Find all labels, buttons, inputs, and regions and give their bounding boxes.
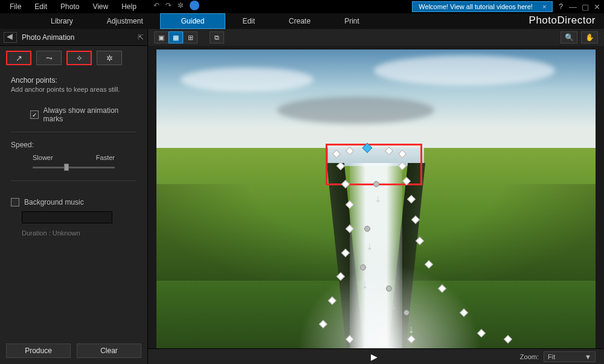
undo-icon[interactable]: ↶: [153, 1, 159, 10]
notification-icon[interactable]: [190, 1, 199, 10]
zoom-value: Fit: [548, 353, 555, 360]
motion-arrow-tool[interactable]: ↗: [6, 51, 31, 65]
produce-button[interactable]: Produce: [6, 343, 71, 358]
speed-slider-thumb[interactable]: [64, 164, 69, 171]
motion-marker[interactable]: [360, 264, 366, 270]
duration-label: Duration : Unknown: [22, 229, 137, 237]
anchor-point-tool[interactable]: ✧: [66, 51, 92, 65]
menu-view[interactable]: View: [86, 1, 114, 12]
tab-print[interactable]: Print: [327, 13, 376, 29]
pan-tool-icon[interactable]: ✋: [581, 31, 598, 43]
zoom-select[interactable]: Fit ▼: [544, 351, 596, 362]
minimize-icon[interactable]: —: [569, 2, 577, 11]
zoom-tool-icon[interactable]: 🔍: [561, 31, 577, 43]
export-icon[interactable]: ⇱: [138, 33, 144, 42]
quick-toolbar: ↶ ↷ ✼: [153, 1, 199, 10]
motion-free-tool[interactable]: ⤳: [36, 51, 62, 65]
tab-edit[interactable]: Edit: [225, 13, 272, 29]
view-compare-icon[interactable]: ▦: [169, 31, 183, 43]
motion-marker[interactable]: [364, 226, 370, 232]
checkbox-show-marks-label: Always show animation marks: [43, 106, 137, 123]
effects-tool[interactable]: ✲: [97, 51, 122, 65]
animation-tool-row: ↗ ⤳ ✧ ✲: [0, 46, 147, 70]
motion-arrow-icon: ⇣: [390, 302, 397, 311]
canvas-bottom-bar: ▶ Zoom: Fit ▼: [148, 348, 604, 364]
menu-help[interactable]: Help: [115, 1, 143, 12]
tutorial-close-icon[interactable]: ×: [542, 3, 546, 10]
bg-music-label: Background music: [24, 198, 84, 206]
clear-button[interactable]: Clear: [77, 343, 141, 358]
close-icon[interactable]: ✕: [594, 2, 600, 11]
menu-items: File Edit Photo View Help: [4, 1, 143, 12]
tab-library[interactable]: Library: [34, 13, 90, 29]
left-panel: ⯇ Photo Animation ⇱ ↗ ⤳ ✧ ✲ Anchor point…: [0, 29, 148, 364]
speed-label: Speed:: [11, 141, 137, 149]
motion-arrow-icon: ⇣: [408, 325, 415, 335]
view-single-icon[interactable]: ▣: [154, 31, 169, 43]
tab-adjustment[interactable]: Adjustment: [90, 13, 160, 29]
view-grid-icon[interactable]: ⊞: [183, 31, 198, 43]
menubar: File Edit Photo View Help ↶ ↷ ✼ Welcome!…: [0, 0, 604, 13]
motion-arrow-icon: ⇣: [374, 194, 382, 204]
brand-name: PhotoDirector: [529, 14, 596, 27]
tutorial-banner[interactable]: Welcome! View all tutorial videos here! …: [412, 1, 553, 12]
view-secondary-icon[interactable]: ⧉: [210, 31, 224, 43]
checkbox-bg-music[interactable]: [11, 198, 19, 206]
bg-music-file-field[interactable]: [22, 211, 112, 223]
hint-title: Anchor points:: [11, 76, 137, 85]
motion-arrow-icon: ⇣: [361, 281, 368, 290]
motion-marker[interactable]: [373, 181, 379, 187]
module-tabs: Library Adjustment Guided Edit Create Pr…: [0, 13, 604, 29]
help-icon[interactable]: ?: [559, 2, 563, 11]
speed-max: Faster: [96, 154, 115, 161]
panel-title: Photo Animation: [22, 33, 133, 42]
back-button[interactable]: ⯇: [4, 32, 17, 43]
gear-icon[interactable]: ✼: [178, 1, 184, 10]
maximize-icon[interactable]: ▢: [582, 2, 589, 11]
image-canvas[interactable]: ⇣ ⇣ ⇣ ⇣ ⇣: [156, 49, 596, 348]
menu-file[interactable]: File: [4, 1, 27, 12]
speed-min: Slower: [33, 154, 53, 161]
canvas-toolbar: ▣ ▦ ⊞ ⧉ 🔍 ✋: [148, 29, 604, 46]
motion-marker[interactable]: [403, 310, 410, 316]
motion-marker[interactable]: [386, 286, 392, 292]
play-button[interactable]: ▶: [371, 352, 378, 362]
zoom-label: Zoom:: [520, 353, 539, 360]
checkbox-show-marks[interactable]: ✓: [30, 110, 39, 119]
tutorial-text: Welcome! View all tutorial videos here!: [419, 3, 533, 10]
hint-subtitle: Add anchor points to keep areas still.: [11, 86, 137, 93]
sky-region: [156, 49, 596, 148]
chevron-down-icon: ▼: [585, 353, 591, 360]
window-controls: — ▢ ✕: [569, 2, 600, 11]
speed-slider[interactable]: [33, 162, 115, 172]
redo-icon[interactable]: ↷: [165, 1, 172, 10]
motion-arrow-icon: ⇣: [366, 242, 373, 252]
canvas-area: ▣ ▦ ⊞ ⧉ 🔍 ✋: [148, 29, 604, 364]
tab-create[interactable]: Create: [272, 13, 327, 29]
menu-edit[interactable]: Edit: [28, 1, 53, 12]
menu-photo[interactable]: Photo: [54, 1, 85, 12]
tab-guided[interactable]: Guided: [160, 13, 226, 29]
